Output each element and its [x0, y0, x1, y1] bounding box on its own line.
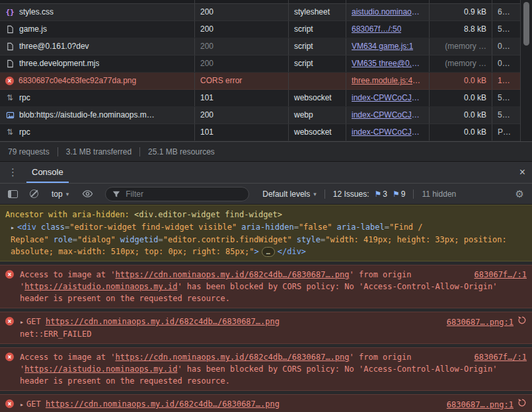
- chevron-down-icon: ▾: [313, 191, 317, 197]
- inline-expand-button[interactable]: …: [262, 247, 275, 257]
- network-request-row[interactable]: three.development.mjs 200 script VM635 t…: [0, 55, 520, 73]
- network-request-row-failed[interactable]: × 6830687c0e4c63fec92a77da.png CORS erro…: [0, 73, 520, 90]
- request-name: rpc: [19, 90, 30, 106]
- context-selector[interactable]: top ▾: [52, 189, 69, 199]
- console-link[interactable]: https://aistudio.nominaops.my.id: [24, 282, 177, 291]
- request-time: 5…: [492, 21, 520, 38]
- source-location-link[interactable]: 683067f…/:1: [475, 351, 527, 363]
- network-request-row[interactable]: three@0.161.0?dev 200 script VM634 game.…: [0, 38, 520, 55]
- request-name: 6830687c0e4c63fec92a77da.png: [19, 73, 136, 89]
- request-time: 0…: [492, 55, 520, 72]
- error-message-body: 683067f…/:1Access to image at 'https://c…: [20, 351, 527, 387]
- issues-label: 12 Issues:: [333, 189, 369, 199]
- request-time: 5…: [492, 107, 520, 123]
- divider: [57, 147, 58, 156]
- expand-arrow-icon[interactable]: ▸: [11, 224, 15, 231]
- drawer-menu-icon[interactable]: ⋮: [8, 166, 19, 178]
- network-scrollbar[interactable]: [520, 0, 532, 141]
- websocket-icon: ⇅: [5, 90, 15, 106]
- source-location-link[interactable]: 683067f…/:1: [475, 269, 527, 281]
- request-name: styles.css: [19, 4, 54, 20]
- network-request-row[interactable]: {} styles.css 200 stylesheet aistudio.no…: [0, 4, 520, 21]
- expand-arrow-icon[interactable]: ▸: [20, 401, 24, 408]
- network-request-row[interactable]: game.js 200 script 683067f…/:50 8.8 kB 5…: [0, 21, 520, 38]
- clear-console-icon[interactable]: [30, 189, 38, 198]
- gear-icon[interactable]: ⚙: [515, 188, 524, 200]
- filter-input[interactable]: [105, 187, 249, 201]
- issue-flag-icon: ⚑: [375, 189, 382, 199]
- live-expression-eye-icon[interactable]: [82, 188, 93, 199]
- equals-sign: =: [385, 223, 389, 232]
- request-size: 0.0 kB: [430, 90, 492, 106]
- request-name: game.js: [19, 21, 47, 38]
- tag-open: <div: [17, 223, 36, 232]
- attr-name: aria-label: [336, 223, 384, 232]
- close-icon[interactable]: ×: [519, 166, 525, 178]
- expand-arrow-icon[interactable]: ▸: [20, 318, 24, 326]
- initiator-link[interactable]: index-CPWCoCJ5.js:56: [352, 124, 424, 141]
- drawer-header: ⋮ Console ×: [0, 161, 532, 183]
- resources-size: 25.1 MB resources: [148, 147, 215, 156]
- request-name-cell: blob:https://aistudio-fe.nominaops.m…: [0, 107, 195, 123]
- warning-line: Ancestor with aria-hidden: <div.editor-w…: [5, 209, 527, 221]
- warning-text: Ancestor with aria-hidden:: [5, 210, 134, 219]
- console-error-message: × 6830687….png:1▸GET https://cdn.nominao…: [0, 394, 532, 412]
- scrollbar-thumb[interactable]: [523, 2, 529, 46]
- request-name: three@0.161.0?dev: [19, 38, 89, 55]
- transferred-size: 3.1 MB transferred: [66, 147, 132, 156]
- console-warning-message: Ancestor with aria-hidden: <div.editor-w…: [0, 205, 532, 261]
- source-location-link[interactable]: 6830687….png:1: [447, 316, 513, 328]
- console-link[interactable]: https://cdn.nominaops.my.id/682c4db…/683…: [116, 270, 350, 279]
- hidden-messages-count[interactable]: 11 hidden: [422, 189, 456, 199]
- request-time: 5…: [492, 90, 520, 106]
- initiator-link[interactable]: three.module.js:44233: [352, 73, 424, 89]
- console-link[interactable]: https://cdn.nominaops.my.id/682c4db…/683…: [116, 353, 350, 362]
- chevron-down-icon: ▾: [66, 191, 69, 197]
- issues-counter[interactable]: 12 Issues: ⚑ 3 ⚑ 9: [333, 189, 406, 199]
- request-initiator-cell: VM635 three@0.161.0: [346, 55, 430, 72]
- request-status: 101: [195, 90, 289, 106]
- warning-node-preview[interactable]: <div.editor-widget find-widget>: [134, 210, 282, 219]
- error-icon: ×: [5, 270, 14, 279]
- attr-value: "editor-widget find-widget visible": [69, 223, 237, 232]
- issue-flag-icon: ⚑: [393, 189, 400, 199]
- websocket-icon: ⇅: [5, 124, 15, 141]
- request-name: blob:https://aistudio-fe.nominaops.m…: [19, 107, 155, 123]
- initiator-link[interactable]: index-CPWCoCJ5.js:56: [352, 90, 424, 106]
- attr-name: style: [297, 235, 321, 244]
- open-in-network-icon[interactable]: [517, 398, 527, 411]
- attr-value: "false": [299, 223, 332, 232]
- network-request-row[interactable]: ⇅ rpc 101 websocket index-CPWCoCJ5.js:56…: [0, 124, 520, 141]
- console-link[interactable]: https://aistudio.nominaops.my.id: [24, 364, 177, 374]
- initiator-link[interactable]: VM635 three@0.161.0: [352, 55, 424, 72]
- initiator-link[interactable]: index-CPWCoCJ5.js:39: [352, 107, 424, 123]
- console-sidebar-toggle-icon[interactable]: [8, 190, 18, 198]
- network-request-row[interactable]: blob:https://aistudio-fe.nominaops.m… 20…: [0, 107, 520, 124]
- network-request-row[interactable]: ⇅ rpc 101 websocket index-CPWCoCJ5.js:56…: [0, 90, 520, 107]
- request-size: (memory …: [430, 55, 492, 72]
- log-level-selector[interactable]: Default levels ▾: [262, 189, 317, 199]
- request-initiator-cell: 683067f…/:50: [346, 21, 430, 38]
- request-time: 6…: [492, 4, 520, 20]
- open-in-network-icon[interactable]: [517, 316, 527, 328]
- request-name: three.development.mjs: [19, 55, 99, 72]
- request-type: script: [289, 21, 346, 38]
- network-summary-bar: 79 requests 3.1 MB transferred 25.1 MB r…: [0, 141, 532, 161]
- tab-console[interactable]: Console: [26, 162, 69, 183]
- console-tab-label: Console: [32, 167, 63, 177]
- console-link[interactable]: https://cdn.nominaops.my.id/682c4db…/683…: [46, 317, 280, 326]
- initiator-link[interactable]: VM634 game.js:1: [352, 38, 413, 55]
- request-initiator-cell: aistudio.nominaops.m: [346, 4, 430, 20]
- request-size: 0.0 kB: [430, 73, 492, 89]
- initiator-link[interactable]: aistudio.nominaops.m: [352, 4, 424, 20]
- initiator-link[interactable]: 683067f…/:50: [352, 21, 401, 38]
- source-location-link[interactable]: 6830687….png:1: [447, 399, 513, 411]
- error-icon: ×: [5, 77, 14, 85]
- request-type: websocket: [289, 90, 346, 106]
- equals-sign: =: [73, 235, 77, 244]
- console-link[interactable]: https://cdn.nominaops.my.id/682c4db…/683…: [46, 399, 280, 409]
- request-status: CORS error: [195, 73, 289, 89]
- filter-box: [105, 187, 249, 201]
- request-status: 200: [195, 107, 289, 123]
- request-size: (memory …: [430, 38, 492, 55]
